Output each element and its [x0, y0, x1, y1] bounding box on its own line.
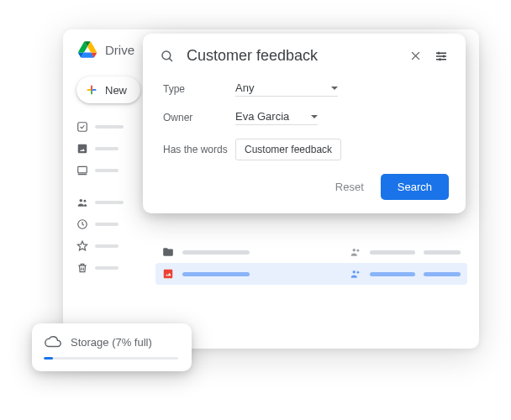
filter-owner-label: Owner: [163, 112, 235, 123]
placeholder: [95, 147, 119, 150]
drive-icon: [76, 143, 88, 155]
placeholder: [95, 201, 124, 204]
trash-icon: [76, 262, 88, 274]
filter-owner-select[interactable]: Eva Garcia: [235, 110, 318, 125]
clock-icon: [76, 218, 88, 230]
placeholder: [182, 272, 250, 276]
folder-shared-icon: [162, 246, 174, 258]
filter-type-label: Type: [163, 83, 235, 95]
placeholder: [95, 125, 124, 129]
svg-point-10: [357, 271, 360, 274]
filter-type-value: Any: [235, 81, 254, 94]
filter-owner-value: Eva Garcia: [235, 110, 289, 123]
svg-point-9: [353, 270, 356, 274]
placeholder: [95, 266, 119, 270]
people-icon: [76, 197, 88, 208]
search-input[interactable]: Customer feedback: [187, 47, 398, 65]
people-icon: [350, 268, 361, 280]
svg-point-4: [84, 200, 87, 202]
storage-header: Storage (7% full): [44, 335, 178, 349]
storage-label: Storage (7% full): [71, 336, 152, 349]
svg-point-6: [353, 249, 356, 252]
new-button-label: New: [105, 84, 127, 97]
placeholder: [182, 250, 250, 255]
search-actions: Reset Search: [160, 174, 449, 200]
placeholder: [370, 272, 415, 276]
svg-line-12: [169, 58, 172, 61]
image-file-icon: [162, 268, 174, 280]
clear-search-button[interactable]: [409, 50, 422, 62]
sidebar-item-computers[interactable]: [73, 162, 153, 179]
new-button[interactable]: New: [76, 76, 140, 103]
placeholder: [95, 223, 119, 226]
svg-rect-0: [78, 123, 87, 132]
storage-progress-bar: [44, 357, 178, 360]
filter-words-row: Has the words Customer feedback: [160, 139, 449, 160]
placeholder: [95, 244, 119, 248]
cloud-icon: [44, 335, 62, 349]
chevron-down-icon: [311, 115, 318, 118]
filter-type-select[interactable]: Any: [235, 81, 338, 97]
sidebar-item-trash[interactable]: [73, 260, 153, 276]
sidebar-item-recent[interactable]: [73, 216, 153, 233]
filter-words-label: Has the words: [163, 144, 235, 155]
table-row[interactable]: [155, 263, 467, 285]
chevron-down-icon: [331, 87, 338, 90]
drive-logo: [78, 41, 97, 58]
sidebar-item-priority[interactable]: [73, 118, 153, 135]
star-icon: [76, 240, 88, 252]
table-row[interactable]: [155, 241, 467, 263]
filter-words-input[interactable]: Customer feedback: [235, 139, 341, 160]
sidebar-item-starred[interactable]: [73, 238, 153, 255]
filter-owner-row: Owner Eva Garcia: [160, 110, 449, 125]
filter-toggle-button[interactable]: [434, 49, 449, 64]
placeholder: [424, 250, 461, 255]
people-icon: [350, 246, 361, 258]
search-icon: [160, 49, 175, 64]
placeholder: [95, 169, 119, 172]
sidebar-item-shared[interactable]: [73, 194, 153, 211]
app-title: Drive: [105, 43, 134, 57]
reset-button[interactable]: Reset: [335, 181, 364, 193]
computer-icon: [76, 165, 88, 176]
filter-type-row: Type Any: [160, 81, 449, 97]
search-panel: Customer feedback Type Any Owner Eva Gar…: [143, 34, 466, 213]
sidebar: New: [73, 76, 153, 276]
check-badge-icon: [76, 121, 88, 133]
plus-icon: [85, 83, 98, 97]
svg-point-7: [357, 249, 360, 252]
sidebar-item-mydrive[interactable]: [73, 140, 153, 157]
svg-rect-8: [164, 270, 173, 279]
placeholder: [424, 272, 461, 276]
svg-point-11: [162, 51, 171, 60]
svg-rect-1: [78, 166, 87, 173]
search-bar: Customer feedback: [160, 47, 449, 65]
results-list: [155, 241, 467, 285]
storage-progress-fill: [44, 357, 53, 360]
storage-card[interactable]: Storage (7% full): [32, 323, 192, 371]
placeholder: [370, 250, 415, 255]
svg-point-3: [80, 199, 83, 202]
search-button[interactable]: Search: [381, 174, 449, 200]
